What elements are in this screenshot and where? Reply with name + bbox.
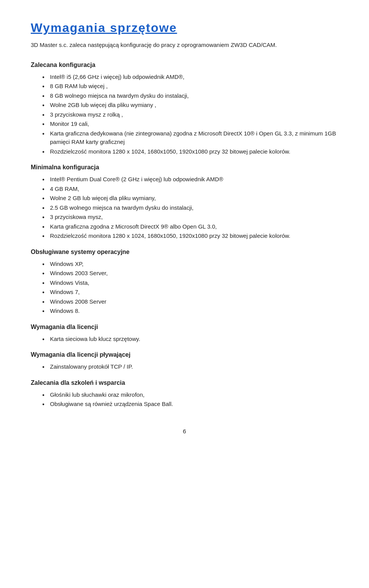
list-item: Karta graficzna zgodna z Microsoft Direc… bbox=[42, 222, 338, 231]
minimalna-section: Minimalna konfiguracja Intel® Pentium Du… bbox=[31, 163, 338, 241]
licencja-section: Wymagania dla licencji Karta sieciowa lu… bbox=[31, 322, 338, 344]
list-item: Windows 2008 Server bbox=[42, 297, 338, 306]
list-item: Intel® Pentium Dual Core® (2 GHz i więce… bbox=[42, 175, 338, 184]
list-item: Obsługiwane są również urządzenia Space … bbox=[42, 400, 338, 409]
szkolenia-list: Głośniki lub słuchawki oraz mikrofon, Ob… bbox=[31, 391, 338, 409]
list-item: Windows Vista, bbox=[42, 279, 338, 287]
list-item: Karta sieciowa lub klucz sprzętowy. bbox=[42, 335, 338, 344]
list-item: Intel® i5 (2,66 GHz i więcej) lub odpowi… bbox=[42, 73, 338, 82]
licencja-list: Karta sieciowa lub klucz sprzętowy. bbox=[31, 335, 338, 344]
szkolenia-section: Zalecania dla szkoleń i wsparcia Głośnik… bbox=[31, 378, 338, 409]
systemy-section: Obsługiwane systemy operacyjne Windows X… bbox=[31, 247, 338, 316]
list-item: Wolne 2GB lub więcej dla pliku wymiany , bbox=[42, 101, 338, 110]
licencja-plywajaca-list: Zainstalowany protokół TCP / IP. bbox=[31, 362, 338, 371]
list-item: Zainstalowany protokół TCP / IP. bbox=[42, 362, 338, 371]
list-item: Monitor 19 cali, bbox=[42, 120, 338, 129]
list-item: Rozdzielczość monitora 1280 x 1024, 1680… bbox=[42, 232, 338, 241]
zalecana-list: Intel® i5 (2,66 GHz i więcej) lub odpowi… bbox=[31, 73, 338, 156]
szkolenia-heading: Zalecania dla szkoleń i wsparcia bbox=[31, 378, 338, 388]
systemy-list: Windows XP, Windows 2003 Server, Windows… bbox=[31, 260, 338, 316]
list-item: 2.5 GB wolnego miejsca na twardym dysku … bbox=[42, 204, 338, 212]
licencja-plywajaca-heading: Wymagania dla licencji pływającej bbox=[31, 350, 338, 359]
list-item: 8 GB RAM lub więcej , bbox=[42, 82, 338, 91]
list-item: 3 przyciskowa mysz, bbox=[42, 213, 338, 222]
page-title: Wymagania sprzętowe bbox=[31, 18, 338, 37]
minimalna-heading: Minimalna konfiguracja bbox=[31, 163, 338, 172]
licencja-plywajaca-section: Wymagania dla licencji pływającej Zainst… bbox=[31, 350, 338, 371]
list-item: Windows 8. bbox=[42, 307, 338, 316]
list-item: Windows XP, bbox=[42, 260, 338, 269]
list-item: Karta graficzna dedykowana (nie zintegro… bbox=[42, 129, 338, 147]
page-number: 6 bbox=[31, 427, 338, 436]
list-item: Windows 2003 Server, bbox=[42, 269, 338, 278]
licencja-heading: Wymagania dla licencji bbox=[31, 322, 338, 332]
zalecana-heading: Zalecana konfiguracja bbox=[31, 60, 338, 70]
list-item: Rozdzielczość monitora 1280 x 1024, 1680… bbox=[42, 147, 338, 156]
systemy-heading: Obsługiwane systemy operacyjne bbox=[31, 247, 338, 257]
list-item: Głośniki lub słuchawki oraz mikrofon, bbox=[42, 391, 338, 399]
list-item: Wolne 2 GB lub więcej dla pliku wymiany, bbox=[42, 194, 338, 203]
list-item: 8 GB wolnego miejsca na twardym dysku do… bbox=[42, 92, 338, 100]
subtitle-text: 3D Master s.c. zaleca następującą konfig… bbox=[31, 41, 338, 50]
list-item: 3 przyciskowa mysz z rolką , bbox=[42, 110, 338, 119]
list-item: Windows 7, bbox=[42, 288, 338, 297]
zalecana-section: Zalecana konfiguracja Intel® i5 (2,66 GH… bbox=[31, 60, 338, 156]
minimalna-list: Intel® Pentium Dual Core® (2 GHz i więce… bbox=[31, 175, 338, 241]
list-item: 4 GB RAM, bbox=[42, 185, 338, 194]
